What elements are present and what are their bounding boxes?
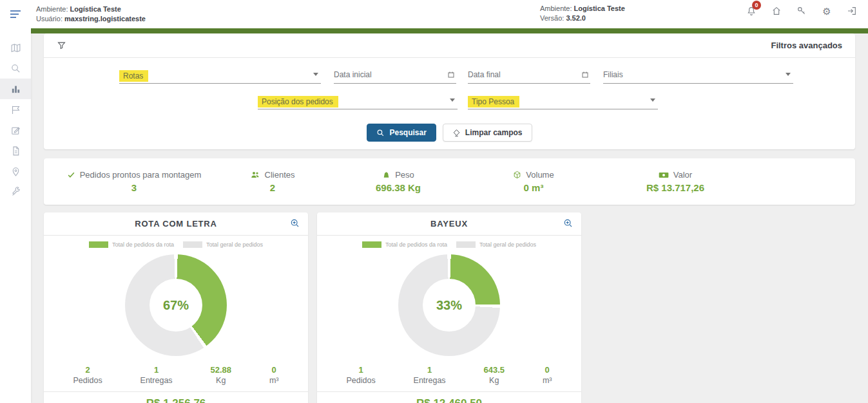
advanced-filters-link[interactable]: Filtros avançados <box>771 41 842 50</box>
donut-percent: 33% <box>436 298 462 313</box>
environment-user-info: Ambiente: Logística Teste Usuário: maxst… <box>36 5 146 23</box>
sidebar-item-tools[interactable] <box>0 182 31 202</box>
logout-exit-icon[interactable] <box>844 3 860 19</box>
summary-value: 696.38 Kg <box>376 182 421 193</box>
hamburger-menu-icon[interactable] <box>0 9 31 19</box>
tipo-pessoa-select[interactable]: Tipo Pessoa <box>468 94 658 109</box>
summary-label: Clientes <box>265 170 295 180</box>
donut-chart: 33% <box>398 254 500 356</box>
map-pin-icon <box>10 166 21 177</box>
stat-value: 52.88 <box>210 365 231 375</box>
legend-swatch-green <box>362 241 381 248</box>
rotas-select[interactable]: Rotas <box>119 68 321 84</box>
pesquisar-button[interactable]: Pesquisar <box>367 124 436 142</box>
clients-icon <box>251 171 260 179</box>
route-chart-card: ROTA COM LETRA Total de pedidos da rota … <box>44 212 308 403</box>
versao-label: Versão: <box>540 14 564 22</box>
summary-label: Valor <box>673 170 692 180</box>
donut-percent: 67% <box>163 298 189 313</box>
stat-label: Pedidos <box>346 376 375 385</box>
stat-value: 2 <box>85 365 90 375</box>
ambiente-label-center: Ambiente: <box>540 5 572 12</box>
calendar-icon <box>447 71 455 79</box>
limpar-campos-button[interactable]: Limpar campos <box>443 124 532 142</box>
summary-clientes: Clientes 2 <box>218 170 327 193</box>
filters-header: Filtros avançados <box>44 33 855 58</box>
usuario-label: Usuário: <box>36 15 63 23</box>
sidebar-item-dashboard[interactable] <box>0 79 31 99</box>
sidebar-item-map[interactable] <box>0 37 31 58</box>
usuario-value: maxstring.logisticateste <box>64 15 146 23</box>
summary-pedidos-prontos: Pedidos prontos para montagem 3 <box>50 170 218 193</box>
data-final-label: Data final <box>468 70 501 81</box>
ambiente-value: Logística Teste <box>70 5 121 13</box>
settings-gear-icon[interactable]: ⚙ <box>818 3 835 19</box>
filiais-label: Filiais <box>603 70 623 81</box>
document-icon <box>10 145 21 156</box>
main-content: Filtros avançados Rotas Data inicial <box>31 33 868 403</box>
route-charts-row: ROTA COM LETRA Total de pedidos da rota … <box>44 212 855 403</box>
legend-label: Total geral de pedidos <box>479 241 536 248</box>
summary-label: Volume <box>526 170 554 180</box>
filter-funnel-icon[interactable] <box>57 41 66 50</box>
donut-chart: 67% <box>125 254 227 356</box>
money-icon <box>659 171 669 179</box>
zoom-in-icon[interactable] <box>563 218 574 229</box>
zoom-in-icon[interactable] <box>290 218 300 229</box>
filters-card: Filtros avançados Rotas Data inicial <box>44 33 855 149</box>
summary-label: Pedidos prontos para montagem <box>80 170 202 180</box>
stat-value: 1 <box>358 365 363 375</box>
legend-label: Total de pedidos da rota <box>112 241 174 248</box>
summary-volume: Volume 0 m³ <box>469 170 598 193</box>
map-icon <box>10 42 21 53</box>
stat-label: Entregas <box>140 376 173 385</box>
search-icon <box>10 63 21 74</box>
stat-label: Pedidos <box>73 376 102 385</box>
stat-value: 1 <box>427 365 432 375</box>
stat-value: 643.5 <box>483 365 505 375</box>
data-inicial-label: Data inicial <box>334 70 372 81</box>
summary-value: 0 m³ <box>524 182 544 193</box>
notifications-bell-icon[interactable]: 0 <box>743 3 760 19</box>
legend-label: Total de pedidos da rota <box>385 241 447 248</box>
data-final-field[interactable]: Data final <box>468 68 590 84</box>
posicao-pedidos-select[interactable]: Posição dos pedidos <box>258 94 458 109</box>
legend-swatch-gray <box>183 241 202 248</box>
sidebar-item-routes[interactable] <box>0 99 31 120</box>
chart-title: BAYEUX <box>430 219 468 229</box>
app-window: Ambiente: Logística Teste Usuário: maxst… <box>0 0 868 403</box>
chart-stats: 1Pedidos 1Entregas 643.5Kg 0m³ <box>317 356 581 392</box>
stat-value: 0 <box>272 365 276 375</box>
stat-label: m³ <box>543 376 552 385</box>
summary-value: 2 <box>270 182 275 193</box>
stat-label: m³ <box>269 376 279 385</box>
filters-body: Rotas Data inicial Data final <box>44 58 855 149</box>
chevron-down-icon <box>450 98 455 102</box>
chart-total-value: R$ 12.460,50 <box>317 392 581 403</box>
chevron-down-icon <box>313 73 318 76</box>
summary-label: Peso <box>395 170 414 180</box>
key-icon[interactable] <box>793 3 810 19</box>
notification-badge: 0 <box>752 1 761 10</box>
home-icon[interactable] <box>768 3 785 19</box>
sidebar-item-reports[interactable] <box>0 140 31 161</box>
cube-icon <box>513 171 521 179</box>
ambiente-label: Ambiente: <box>36 5 68 13</box>
limpar-campos-label: Limpar campos <box>465 128 523 137</box>
chevron-down-icon <box>786 73 791 76</box>
chart-legend: Total de pedidos da rota Total geral de … <box>317 241 581 248</box>
posicao-pedidos-label: Posição dos pedidos <box>258 96 338 108</box>
sidebar-item-locations[interactable] <box>0 161 31 182</box>
stat-label: Kg <box>489 376 499 385</box>
data-inicial-field[interactable]: Data inicial <box>334 68 456 84</box>
filiais-select[interactable]: Filiais <box>603 68 793 84</box>
legend-swatch-gray <box>456 241 476 248</box>
stat-label: Entregas <box>414 376 446 385</box>
sidebar-item-edit[interactable] <box>0 120 31 140</box>
sidebar-item-search[interactable] <box>0 58 31 79</box>
chart-stats: 2Pedidos 1Entregas 52.88Kg 0m³ <box>44 356 308 392</box>
legend-swatch-green <box>89 241 108 248</box>
environment-version-info: Ambiente: Logística Teste Versão: 3.52.0 <box>540 5 625 23</box>
stat-value: 1 <box>154 365 159 375</box>
brand-accent-bar <box>31 28 868 33</box>
